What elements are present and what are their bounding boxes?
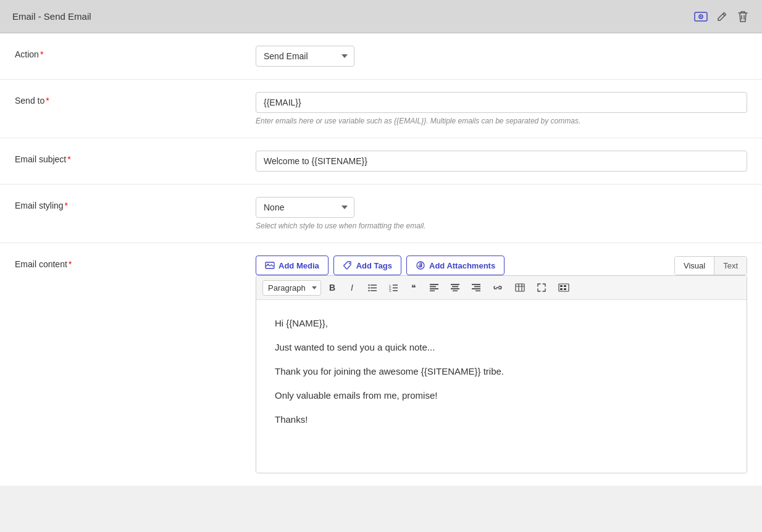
email-content-wrapper: Email content* Add Media [15,256,747,473]
blockquote-button[interactable]: ❝ [405,280,422,296]
editor-toolbar: ParagraphHeading 1Heading 2Heading 3Head… [256,276,747,300]
link-icon [493,285,503,291]
action-row: Action* Send Email [0,33,762,80]
editor-line-5: Thanks! [275,411,728,428]
table-icon [515,283,525,292]
svg-rect-14 [393,285,398,286]
align-left-icon [430,284,438,291]
add-tags-icon [343,260,353,270]
svg-rect-30 [475,291,480,292]
editor-body[interactable]: Hi {{NAME}}, Just wanted to send you a q… [256,300,747,473]
align-right-icon [472,284,480,291]
email-content-section: Email content* Add Media [0,243,762,486]
italic-button[interactable]: I [343,280,361,296]
email-styling-select[interactable]: None [256,197,354,218]
svg-rect-38 [560,288,563,290]
svg-rect-25 [451,288,459,289]
svg-rect-20 [430,286,436,288]
paragraph-select[interactable]: ParagraphHeading 1Heading 2Heading 3Head… [262,280,321,296]
ordered-list-button[interactable]: 1. 2. 3. [384,281,403,295]
text-tab[interactable]: Text [714,257,747,275]
add-tags-button[interactable]: Add Tags [333,256,401,275]
send-to-label: Send to* [15,92,256,106]
align-center-icon [451,284,459,291]
svg-rect-23 [451,284,459,285]
add-media-button[interactable]: Add Media [256,256,329,275]
svg-rect-22 [430,291,435,292]
action-field: Send Email [256,46,747,67]
unordered-list-button[interactable] [363,281,382,295]
svg-rect-26 [453,291,458,292]
visual-tab[interactable]: Visual [675,257,714,275]
align-center-button[interactable] [446,281,464,294]
svg-rect-12 [371,290,377,291]
send-to-field: Enter emails here or use variable such a… [256,92,747,125]
svg-rect-18 [393,290,398,291]
kitchen-sink-icon [558,283,569,292]
email-styling-row: Email styling* None Select which style t… [0,185,762,243]
main-content: Action* Send Email Send to* Enter emails… [0,33,762,486]
svg-rect-37 [564,285,566,287]
preview-icon[interactable] [694,10,708,23]
align-left-button[interactable] [425,281,443,294]
unordered-list-icon [368,284,377,292]
email-subject-field [256,151,747,172]
svg-rect-35 [559,284,569,291]
email-styling-help: Select which style to use when formattin… [256,222,747,230]
delete-icon[interactable] [736,10,750,23]
email-content-area: Add Media Add Tags A [256,256,747,473]
svg-point-5 [349,263,350,264]
email-subject-input[interactable] [256,151,747,172]
fullscreen-button[interactable] [532,280,551,295]
email-content-toolbar: Add Media Add Tags A [256,256,747,275]
svg-rect-27 [472,284,480,285]
visual-text-tabs: Visual Text [674,256,747,275]
bold-button[interactable]: B [324,280,341,296]
svg-point-2 [700,15,701,17]
svg-rect-31 [516,284,524,291]
align-right-button[interactable] [467,281,485,294]
fullscreen-icon [537,283,546,292]
ordered-list-icon: 1. 2. 3. [389,284,398,292]
page-title: Email - Send Email [12,11,91,22]
editor-line-2: Just wanted to send you a quick note... [275,339,728,355]
add-attachments-icon [416,260,425,270]
svg-rect-21 [430,288,438,289]
add-attachments-button[interactable]: Add Attachments [406,256,505,275]
action-label: Action* [15,46,256,59]
svg-point-7 [368,284,369,285]
send-to-row: Send to* Enter emails here or use variab… [0,80,762,138]
svg-rect-19 [430,284,438,285]
svg-rect-24 [452,286,458,288]
email-content-label: Email content* [15,256,256,269]
svg-rect-36 [560,285,563,287]
svg-rect-29 [472,288,480,289]
send-to-input[interactable] [256,92,747,113]
svg-rect-28 [474,286,480,288]
send-to-help: Enter emails here or use variable such a… [256,117,747,125]
svg-rect-8 [371,285,377,286]
add-media-icon [265,260,275,270]
table-button[interactable] [510,280,530,295]
svg-point-11 [368,289,369,291]
edit-icon[interactable] [715,10,729,23]
page-header: Email - Send Email [0,0,762,33]
svg-rect-39 [564,288,566,290]
editor-line-1: Hi {{NAME}}, [275,315,728,331]
email-subject-row: Email subject* [0,138,762,185]
svg-rect-10 [371,287,377,288]
editor-line-3: Thank you for joining the awesome {{SITE… [275,363,728,380]
svg-point-9 [368,287,369,288]
editor-container: ParagraphHeading 1Heading 2Heading 3Head… [256,275,747,473]
header-actions [694,10,750,23]
kitchen-sink-button[interactable] [553,280,574,295]
action-select[interactable]: Send Email [256,46,354,67]
email-subject-label: Email subject* [15,151,256,164]
editor-line-4: Only valuable emails from me, promise! [275,387,728,404]
svg-text:3.: 3. [389,289,391,292]
email-styling-field: None Select which style to use when form… [256,197,747,230]
link-button[interactable] [488,281,508,294]
email-styling-label: Email styling* [15,197,256,210]
svg-rect-16 [393,287,398,288]
